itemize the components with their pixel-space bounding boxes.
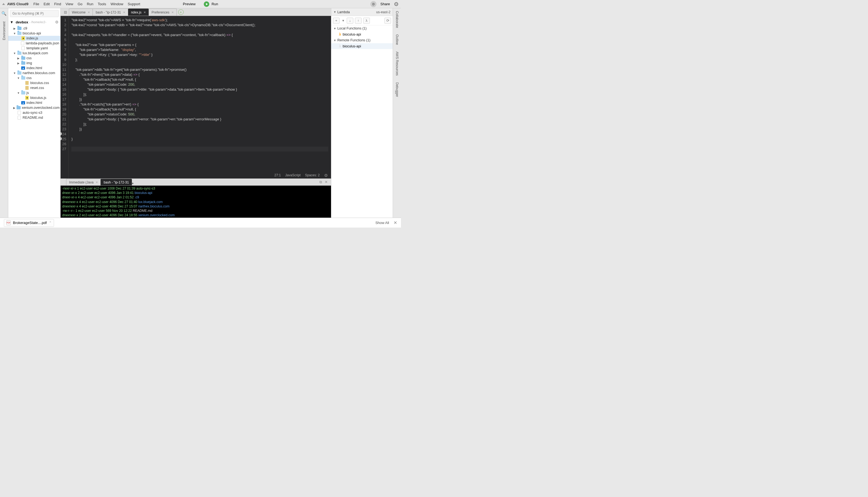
editor-settings-icon[interactable]: ⚙ [324, 172, 328, 178]
preview-button[interactable]: Preview [183, 2, 196, 6]
tree-item[interactable]: README.md [8, 115, 60, 120]
dropdown-icon[interactable]: ▾ [341, 18, 345, 24]
remote-function-name: bioculus-api [343, 44, 361, 48]
tree-item[interactable]: bioculus.css [8, 81, 60, 85]
tab[interactable]: ndex.js× [128, 9, 149, 16]
tab-list-icon[interactable]: ▤ [63, 9, 68, 15]
download-chip[interactable]: PDF BrokerageState....pdf ⌃ [4, 219, 54, 227]
close-icon[interactable]: × [172, 10, 174, 14]
local-function-name: bioculus-api [343, 32, 361, 37]
menu-items: FileEditFindViewGoRunToolsWindowSupport [33, 2, 140, 6]
run-button[interactable]: Run [204, 1, 218, 7]
rail-tab-aws-resources[interactable]: AWS Resources [395, 52, 399, 76]
menu-view[interactable]: View [66, 2, 73, 6]
rail-tab-collaborate[interactable]: Collaborate [395, 11, 399, 28]
menu-go[interactable]: Go [78, 2, 82, 6]
remote-functions-header[interactable]: ▼ Remote Functions (1) [331, 37, 393, 43]
right-rail: CollaborateOutlineAWS ResourcesDebugger [393, 8, 401, 218]
local-function-item[interactable]: λ bioculus-api [331, 31, 393, 37]
menu-run[interactable]: Run [87, 2, 93, 6]
editor-area: ▤ Welcome×bash - "ip-172-31×ndex.js×Pref… [61, 8, 331, 218]
tree-item[interactable]: ▼css [8, 75, 60, 81]
aws-region[interactable]: us-east-2 [376, 10, 390, 14]
tab[interactable]: Welcome× [69, 9, 93, 16]
file-explorer: ▼ devbox - /home/ec2- ⚙ ▶.c9▼bioculus-ap… [8, 8, 61, 218]
lambda-icon: λ [339, 32, 341, 37]
goto-anything-input[interactable] [10, 10, 59, 17]
close-icon[interactable]: × [144, 10, 146, 14]
tree-settings-icon[interactable]: ⚙ [55, 20, 59, 24]
menu-file[interactable]: File [33, 2, 39, 6]
tab[interactable]: bash - "ip-172-31× [92, 9, 128, 16]
cursor-position[interactable]: 27:1 [274, 173, 280, 178]
code-editor[interactable]: 1234567891011121314151617181920212223242… [61, 16, 331, 179]
tree-item[interactable]: ◆index.html [8, 100, 60, 105]
rail-tab-debugger[interactable]: Debugger [395, 82, 399, 97]
settings-icon[interactable]: ⚙ [394, 1, 399, 8]
tree-item[interactable]: ▶img [8, 61, 60, 66]
rail-tab-outline[interactable]: Outline [395, 34, 399, 45]
close-icon[interactable]: × [123, 10, 125, 14]
left-rail: 🔍 Environment [0, 8, 8, 218]
remote-function-item[interactable]: λ bioculus-api [331, 43, 393, 49]
search-icon[interactable]: 🔍 [1, 11, 6, 16]
panel-popout-icon[interactable]: ⧉ [319, 180, 322, 184]
close-icon[interactable]: × [96, 180, 98, 184]
download-bar: PDF BrokerageState....pdf ⌃ Show All ✕ [0, 218, 401, 228]
run-label: Run [212, 2, 218, 6]
panel-title[interactable]: Lambda [337, 10, 350, 14]
tree-item[interactable]: ◆index.html [8, 66, 60, 71]
tab[interactable]: bash - "ip-172-31 [101, 179, 132, 185]
menu-support[interactable]: Support [128, 2, 141, 6]
add-tab-button[interactable]: + [178, 9, 184, 15]
lambda-upload-button[interactable]: ↑ [355, 18, 362, 24]
menu-find[interactable]: Find [54, 2, 61, 6]
menu-edit[interactable]: Edit [44, 2, 49, 6]
close-download-bar[interactable]: ✕ [393, 220, 397, 225]
tree-item[interactable]: ▶css [8, 56, 60, 61]
tree-item[interactable]: ◆bioculus.js [8, 95, 60, 100]
lambda-panel: ▼ Lambda us-east-2 + ▾ ↓ ↑ λ ⟳ ▼ Local F… [331, 8, 393, 218]
terminal[interactable]: -rwxr-xr-x 1 ec2-user ec2-user 1008 Dec … [61, 186, 331, 218]
menu-tools[interactable]: Tools [98, 2, 106, 6]
editor-tabs: ▤ Welcome×bash - "ip-172-31×ndex.js×Pref… [61, 8, 331, 16]
lambda-download-button[interactable]: ↓ [347, 18, 353, 24]
lambda-fn-button[interactable]: λ [363, 18, 370, 24]
tree-item[interactable]: ▼js [8, 90, 60, 95]
share-button[interactable]: Share [380, 2, 390, 6]
language-mode[interactable]: JavaScript [285, 173, 301, 178]
lambda-add-button[interactable]: + [333, 18, 339, 24]
bottom-panel: Immediate (Java×bash - "ip-172-31 + ⧉ ✕ … [61, 179, 331, 218]
download-filename: BrokerageState....pdf [13, 221, 47, 225]
tree-item[interactable]: ▼narthex.bioculus.com [8, 71, 60, 75]
tree-item[interactable]: template.yaml [8, 46, 60, 51]
close-icon[interactable]: × [88, 10, 90, 14]
local-functions-header[interactable]: ▼ Local Functions (1) [331, 25, 393, 31]
tab[interactable]: Immediate (Java× [66, 179, 101, 185]
chevron-up-icon: ⌃ [49, 221, 52, 225]
panel-close-icon[interactable]: ✕ [325, 180, 328, 184]
tree-item[interactable]: ▶.c9 [8, 26, 60, 31]
tree-item[interactable]: ▼lux.bluejack.com [8, 51, 60, 56]
local-functions-label: Local Functions (1) [337, 26, 366, 30]
indent-setting[interactable]: Spaces: 2 [305, 173, 320, 178]
app-menu-icon[interactable] [2, 3, 5, 5]
root-path: - /home/ec2- [29, 20, 46, 24]
show-all-button[interactable]: Show All [375, 221, 389, 225]
lambda-refresh-button[interactable]: ⟳ [385, 18, 391, 24]
tree-item[interactable]: auto-sync-s3 [8, 110, 60, 115]
remote-functions-label: Remote Functions (1) [337, 38, 371, 42]
tree-item[interactable]: ◆index.js [8, 36, 60, 41]
avatar[interactable]: D [371, 1, 376, 7]
add-terminal-tab[interactable]: + [132, 181, 134, 185]
menu-window[interactable]: Window [111, 2, 123, 6]
brand: AWS Cloud9 [7, 2, 28, 6]
environment-tab[interactable]: Environment [2, 22, 6, 40]
tree-item[interactable]: lambda-payloads.json [8, 41, 60, 46]
tree-item[interactable]: ▶xenium.overclocked.com [8, 105, 60, 110]
tab[interactable]: Preferences× [148, 9, 176, 16]
tree-item[interactable]: reset.css [8, 85, 60, 90]
editor-statusbar: 27:1 JavaScript Spaces: 2 ⚙ [274, 172, 328, 179]
workspace-root[interactable]: ▼ devbox - /home/ec2- ⚙ [8, 19, 60, 25]
tree-item[interactable]: ▼bioculus-api [8, 31, 60, 36]
